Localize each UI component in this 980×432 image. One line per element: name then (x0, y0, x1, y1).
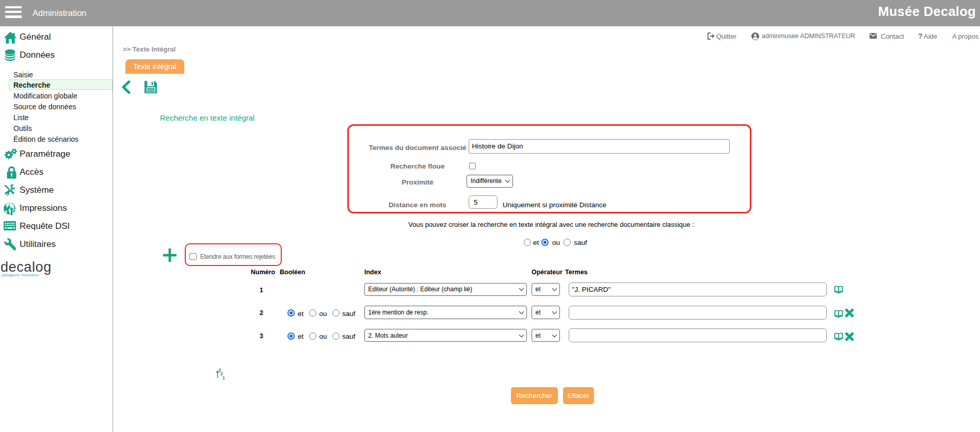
svg-text:1: 1 (222, 375, 225, 380)
